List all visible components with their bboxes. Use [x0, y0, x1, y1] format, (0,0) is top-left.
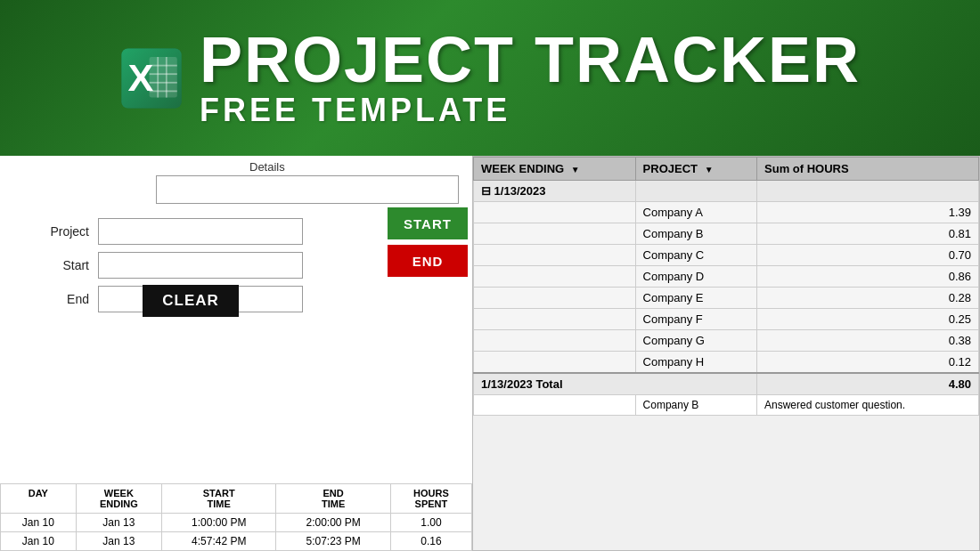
main-content: Details Project Start End START END C [0, 156, 980, 551]
start-input[interactable] [98, 252, 303, 279]
project-label: Project [18, 224, 98, 239]
pivot-header-row: WEEK ENDING ▼ PROJECT ▼ Sum of HOURS [474, 158, 979, 181]
details-input[interactable] [156, 175, 459, 204]
table-row: Jan 10Jan 134:57:42 PM5:07:23 PM0.16 [1, 532, 472, 551]
pivot-table: WEEK ENDING ▼ PROJECT ▼ Sum of HOURS ⊟ 1… [473, 157, 979, 416]
project-input[interactable] [98, 218, 303, 245]
svg-text:X: X [128, 56, 154, 99]
pivot-row: Company D0.86 [474, 266, 979, 288]
header-text-block: PROJECT TRACKER FREE TEMPLATE [200, 28, 861, 129]
week-ending-filter-icon[interactable]: ▼ [571, 165, 580, 174]
pivot-row: Company F0.25 [474, 309, 979, 330]
pivot-row: Company E0.28 [474, 288, 979, 309]
pivot-col-project: PROJECT ▼ [635, 158, 756, 181]
project-filter-icon[interactable]: ▼ [705, 165, 714, 174]
col-week-ending: WEEKENDING [76, 484, 161, 514]
pivot-col-week-ending: WEEK ENDING ▼ [474, 158, 636, 181]
pivot-row: Company H0.12 [474, 352, 979, 374]
pivot-detail-row: Company BAnswered customer question. [474, 395, 979, 416]
pivot-col-hours: Sum of HOURS [757, 158, 979, 181]
pivot-date-group-row: ⊟ 1/13/2023 [474, 181, 979, 202]
col-day: DAY [1, 484, 77, 514]
start-button[interactable]: START [388, 207, 468, 239]
end-button[interactable]: END [388, 245, 468, 277]
clear-button[interactable]: CLEAR [143, 285, 239, 317]
table-header-row: DAY WEEKENDING STARTTIME ENDTIME HOURSSP… [1, 484, 472, 514]
pivot-total-row: 1/13/2023 Total4.80 [474, 373, 979, 395]
col-hours-spent: HOURSSPENT [390, 484, 471, 514]
pivot-row: Company C0.70 [474, 245, 979, 266]
end-label: End [18, 292, 98, 306]
col-start-time: STARTTIME [162, 484, 276, 514]
header-banner: X PROJECT TRACKER FREE TEMPLATE [0, 0, 980, 156]
start-label: Start [18, 258, 98, 272]
header-subtitle: FREE TEMPLATE [200, 92, 510, 129]
table-row: Jan 10Jan 131:00:00 PM2:00:00 PM1.00 [1, 514, 472, 532]
pivot-row: Company B0.81 [474, 223, 979, 245]
pivot-row: Company A1.39 [474, 202, 979, 223]
right-panel: WEEK ENDING ▼ PROJECT ▼ Sum of HOURS ⊟ 1… [472, 156, 980, 551]
details-label: Details [249, 160, 285, 174]
header-title: PROJECT TRACKER [200, 28, 861, 92]
time-log-table: DAY WEEKENDING STARTTIME ENDTIME HOURSSP… [0, 483, 472, 551]
left-panel: Details Project Start End START END C [0, 156, 472, 551]
col-end-time: ENDTIME [276, 484, 390, 514]
excel-icon: X [119, 46, 184, 110]
pivot-row: Company G0.38 [474, 330, 979, 352]
